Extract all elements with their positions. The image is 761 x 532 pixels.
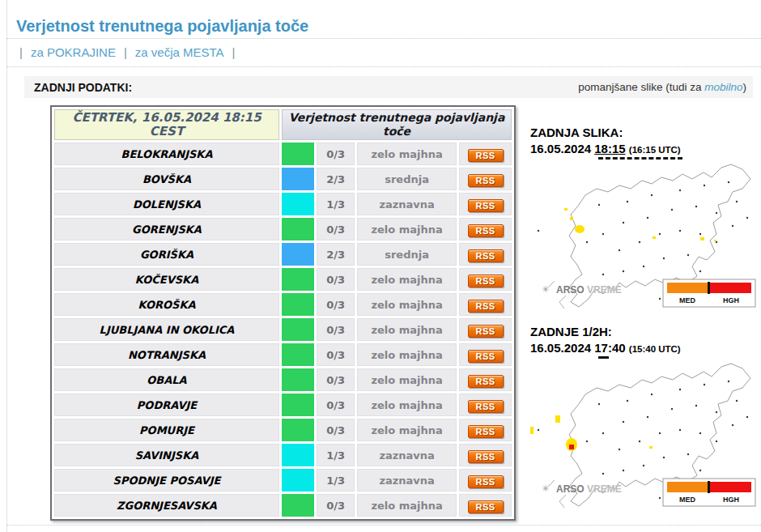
page-left-border [6,0,7,532]
probability-level: zaznavna [357,193,457,215]
table-row: KOROŠKA 0/3 zelo majhna RSS [54,293,512,316]
table-row: NOTRANJSKA 0/3 zelo majhna RSS [54,343,512,366]
region-name: ZGORNJESAVSKA [54,494,279,517]
mobile-link[interactable]: mobilno [704,81,742,93]
hail-signal-spots [564,208,716,241]
header-datetime-line2: CEST [150,124,184,138]
snowflake-icon: ✳ [542,284,549,294]
table-row: POMURJE 0/3 zelo majhna RSS [54,419,512,441]
region-name: GORIŠKA [54,243,279,266]
legend-med-label: MED [679,496,696,504]
legend-med-label: MED [679,296,696,304]
halfhour-time: 17:40 [594,341,625,355]
legend-hgh-label: HGH [723,496,739,504]
table-row: DOLENJSKA 1/3 zaznavna RSS [54,193,512,215]
slovenia-map-latest[interactable]: ✳ ARSO VREME MED HGH [530,160,759,312]
probability-color-swatch [282,168,314,190]
rss-button[interactable]: RSS [468,275,504,287]
region-name: GORENJSKA [54,218,279,240]
divider-top [6,38,761,39]
region-name: SPODNJE POSAVJE [54,469,279,492]
last-halfhour-block: ZADNJE 1/2H: 16.05.2024 17:40 (15:40 UTC… [530,325,759,511]
watermark-arso: ARSO [556,284,585,296]
rss-button[interactable]: RSS [468,450,504,463]
rss-button[interactable]: RSS [468,249,504,262]
rss-button[interactable]: RSS [468,149,504,162]
hail-table-body: BELOKRANJSKA 0/3 zelo majhna RSS BOVŠKA … [54,143,512,517]
probability-ratio: 0/3 [317,394,355,416]
table-row: OBALA 0/3 zelo majhna RSS [54,368,512,391]
legend-med-bar [667,482,708,492]
legend-med-bar [667,283,708,293]
rss-button[interactable]: RSS [468,400,504,413]
probability-ratio: 0/3 [317,419,355,441]
rss-button[interactable]: RSS [468,375,504,388]
probability-ratio: 1/3 [317,469,355,492]
probability-ratio: 0/3 [317,368,355,391]
table-row: GORIŠKA 2/3 srednja RSS [54,243,512,266]
rss-button[interactable]: RSS [468,350,504,363]
probability-level: zelo majhna [357,394,457,416]
probability-level: srednja [357,243,457,266]
table-row: LJUBLJANA IN OKOLICA 0/3 zelo majhna RSS [54,318,512,341]
probability-ratio: 0/3 [317,494,355,517]
rss-button[interactable]: RSS [468,224,504,237]
probability-level: zelo majhna [357,343,457,366]
nav-link-regions[interactable]: za POKRAJINE [31,45,116,59]
probability-level: zelo majhna [357,218,457,240]
halfhour-timestamp: 16.05.2024 17:40 (15:40 UTC) [530,341,759,355]
latest-time: 18:15 [594,142,625,155]
probability-ratio: 1/3 [317,444,355,466]
probability-color-swatch [282,293,314,316]
latest-image-heading: ZADNJA SLIKA: [530,126,759,139]
table-header-title: Verjetnost trenutnega pojavljanja toče [282,109,512,140]
table-row: PODRAVJE 0/3 zelo majhna RSS [54,394,512,416]
probability-color-swatch [282,343,314,366]
watermark-arso: ARSO [556,483,585,495]
probability-ratio: 1/3 [317,193,355,215]
rss-button[interactable]: RSS [468,300,504,313]
watermark-vreme: VREME [587,483,622,495]
probability-level: zelo majhna [357,318,457,341]
latest-date: 16.05.2024 [530,142,591,155]
legend-hgh-bar [710,482,751,492]
probability-color-swatch [282,419,314,441]
halfhour-heading: ZADNJE 1/2H: [530,325,759,338]
intensity-legend: MED HGH [663,279,755,307]
table-row: SAVINJSKA 1/3 zaznavna RSS [54,444,512,466]
table-header-datetime: ČETRTEK, 16.05.2024 18:15 CEST [54,109,279,140]
legend-hgh-bar [710,283,751,293]
probability-color-swatch [282,444,314,466]
latest-utc: (16:15 UTC) [629,145,681,155]
region-name: DOLENJSKA [54,193,279,215]
rss-button[interactable]: RSS [468,475,504,488]
divider-mid [6,66,761,67]
slovenia-map-halfhour[interactable]: ✳ ARSO VREME MED HGH [530,359,759,511]
probability-level: zelo majhna [357,143,457,165]
nav-link-cities[interactable]: za večja MESTA [135,45,224,59]
rss-button[interactable]: RSS [468,325,504,338]
rss-button[interactable]: RSS [468,425,504,438]
thumbnails-note-text: pomanjšane slike (tudi za [578,81,704,93]
probability-ratio: 0/3 [317,268,355,291]
rss-button[interactable]: RSS [468,199,504,212]
hail-signal-spots [530,415,653,451]
probability-color-swatch [282,318,314,341]
probability-ratio: 0/3 [317,343,355,366]
probability-color-swatch [282,143,314,165]
halfhour-utc: (15:40 UTC) [629,344,681,354]
probability-ratio: 0/3 [317,293,355,316]
watermark-vreme: VREME [587,284,622,296]
probability-ratio: 0/3 [317,143,355,165]
rss-button[interactable]: RSS [468,174,504,187]
thumbnails-note: pomanjšane slike (tudi za mobilno) [578,81,753,93]
rss-button[interactable]: RSS [468,500,504,513]
probability-ratio: 0/3 [317,318,355,341]
region-name: KOROŠKA [54,293,279,316]
divider-bottom [6,525,761,526]
region-name: KOČEVSKA [54,268,279,291]
thumbnails-note-suffix: ) [743,81,747,93]
probability-color-swatch [282,218,314,240]
probability-level: zelo majhna [357,494,457,517]
header-datetime-line1: ČETRTEK, 16.05.2024 18:15 [72,110,261,125]
